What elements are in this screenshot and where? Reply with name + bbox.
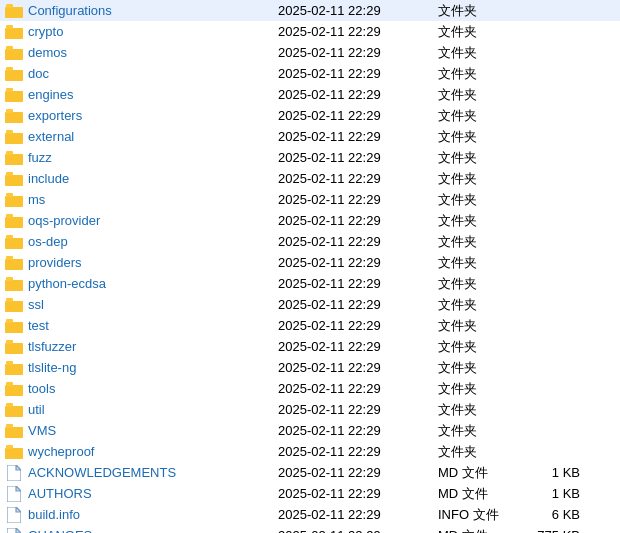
folder-icon	[4, 24, 24, 40]
file-date: 2025-02-11 22:29	[278, 213, 438, 228]
svg-rect-55	[5, 385, 23, 396]
svg-rect-56	[6, 382, 13, 386]
svg-rect-22	[5, 154, 23, 165]
file-date: 2025-02-11 22:29	[278, 444, 438, 459]
svg-rect-37	[5, 259, 23, 270]
folder-icon	[4, 360, 24, 376]
file-row[interactable]: ACKNOWLEDGEMENTS2025-02-11 22:29MD 文件1 K…	[0, 462, 620, 483]
file-row[interactable]: tools2025-02-11 22:29文件夹	[0, 378, 620, 399]
file-row[interactable]: tlslite-ng2025-02-11 22:29文件夹	[0, 357, 620, 378]
file-row[interactable]: doc2025-02-11 22:29文件夹	[0, 63, 620, 84]
svg-rect-62	[6, 424, 13, 428]
folder-icon	[4, 129, 24, 145]
file-name: build.info	[28, 507, 278, 522]
file-row[interactable]: crypto2025-02-11 22:29文件夹	[0, 21, 620, 42]
file-name: CHANGES	[28, 528, 278, 533]
file-name: os-dep	[28, 234, 278, 249]
file-size: 6 KB	[518, 507, 588, 522]
file-type: 文件夹	[438, 443, 518, 461]
file-date: 2025-02-11 22:29	[278, 24, 438, 39]
file-name: python-ecdsa	[28, 276, 278, 291]
file-row[interactable]: Configurations2025-02-11 22:29文件夹	[0, 0, 620, 21]
svg-rect-46	[5, 322, 23, 333]
svg-rect-16	[5, 112, 23, 123]
file-row[interactable]: CHANGES2025-02-11 22:29MD 文件775 KB	[0, 525, 620, 533]
file-row[interactable]: build.info2025-02-11 22:29INFO 文件6 KB	[0, 504, 620, 525]
svg-rect-10	[5, 70, 23, 81]
file-row[interactable]: util2025-02-11 22:29文件夹	[0, 399, 620, 420]
file-date: 2025-02-11 22:29	[278, 381, 438, 396]
file-date: 2025-02-11 22:29	[278, 234, 438, 249]
file-row[interactable]: engines2025-02-11 22:29文件夹	[0, 84, 620, 105]
file-row[interactable]: tlsfuzzer2025-02-11 22:29文件夹	[0, 336, 620, 357]
file-name: external	[28, 129, 278, 144]
file-date: 2025-02-11 22:29	[278, 528, 438, 533]
file-type: 文件夹	[438, 401, 518, 419]
file-row[interactable]: VMS2025-02-11 22:29文件夹	[0, 420, 620, 441]
file-row[interactable]: ssl2025-02-11 22:29文件夹	[0, 294, 620, 315]
file-row[interactable]: include2025-02-11 22:29文件夹	[0, 168, 620, 189]
svg-marker-69	[16, 486, 21, 491]
svg-rect-38	[6, 256, 13, 260]
file-row[interactable]: AUTHORS2025-02-11 22:29MD 文件1 KB	[0, 483, 620, 504]
file-row[interactable]: ms2025-02-11 22:29文件夹	[0, 189, 620, 210]
file-type: 文件夹	[438, 107, 518, 125]
file-row[interactable]: test2025-02-11 22:29文件夹	[0, 315, 620, 336]
folder-icon	[4, 192, 24, 208]
svg-rect-28	[5, 196, 23, 207]
svg-rect-26	[6, 172, 13, 176]
file-type: 文件夹	[438, 170, 518, 188]
file-type: 文件夹	[438, 254, 518, 272]
svg-rect-41	[6, 277, 13, 281]
file-icon	[4, 507, 24, 523]
svg-rect-7	[5, 49, 23, 60]
file-name: include	[28, 171, 278, 186]
file-row[interactable]: fuzz2025-02-11 22:29文件夹	[0, 147, 620, 168]
file-size: 1 KB	[518, 486, 588, 501]
file-type: MD 文件	[438, 464, 518, 482]
file-date: 2025-02-11 22:29	[278, 507, 438, 522]
folder-icon	[4, 213, 24, 229]
svg-marker-71	[16, 507, 21, 512]
file-name: tlslite-ng	[28, 360, 278, 375]
svg-rect-19	[5, 133, 23, 144]
file-type: 文件夹	[438, 422, 518, 440]
svg-marker-67	[16, 465, 21, 470]
file-row[interactable]: demos2025-02-11 22:29文件夹	[0, 42, 620, 63]
file-icon	[4, 465, 24, 481]
file-row[interactable]: wycheproof2025-02-11 22:29文件夹	[0, 441, 620, 462]
svg-marker-73	[16, 528, 21, 533]
file-size: 1 KB	[518, 465, 588, 480]
svg-rect-4	[5, 28, 23, 39]
folder-icon	[4, 423, 24, 439]
file-name: tools	[28, 381, 278, 396]
file-type: 文件夹	[438, 86, 518, 104]
folder-icon	[4, 108, 24, 124]
svg-rect-32	[6, 214, 13, 218]
file-date: 2025-02-11 22:29	[278, 3, 438, 18]
folder-icon	[4, 66, 24, 82]
file-date: 2025-02-11 22:29	[278, 129, 438, 144]
file-name: demos	[28, 45, 278, 60]
file-name: AUTHORS	[28, 486, 278, 501]
file-type: 文件夹	[438, 65, 518, 83]
file-date: 2025-02-11 22:29	[278, 276, 438, 291]
svg-rect-47	[6, 319, 13, 323]
folder-icon	[4, 171, 24, 187]
folder-icon	[4, 381, 24, 397]
file-row[interactable]: os-dep2025-02-11 22:29文件夹	[0, 231, 620, 252]
file-type: 文件夹	[438, 2, 518, 20]
svg-rect-2	[6, 4, 13, 8]
file-row[interactable]: oqs-provider2025-02-11 22:29文件夹	[0, 210, 620, 231]
file-row[interactable]: providers2025-02-11 22:29文件夹	[0, 252, 620, 273]
file-type: 文件夹	[438, 359, 518, 377]
file-name: crypto	[28, 24, 278, 39]
file-row[interactable]: python-ecdsa2025-02-11 22:29文件夹	[0, 273, 620, 294]
file-row[interactable]: exporters2025-02-11 22:29文件夹	[0, 105, 620, 126]
svg-rect-14	[6, 88, 13, 92]
svg-rect-17	[6, 109, 13, 113]
file-row[interactable]: external2025-02-11 22:29文件夹	[0, 126, 620, 147]
file-type: 文件夹	[438, 44, 518, 62]
folder-icon	[4, 339, 24, 355]
svg-rect-58	[5, 406, 23, 417]
